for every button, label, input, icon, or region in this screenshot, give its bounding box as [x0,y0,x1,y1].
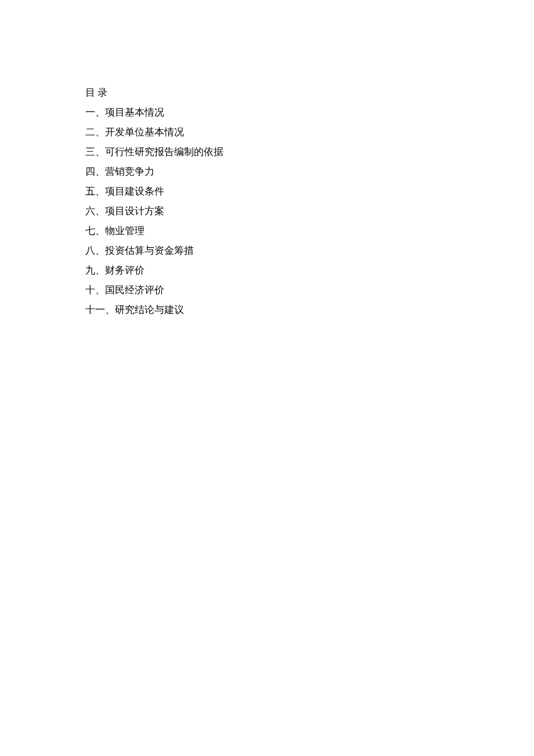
toc-item: 二、开发单位基本情况 [85,123,476,142]
toc-item: 十、国民经济评价 [85,280,476,300]
toc-item: 一、项目基本情况 [85,103,476,123]
toc-item: 十一、研究结论与建议 [85,300,476,320]
toc-item: 六、项目设计方案 [85,201,476,221]
toc-item: 五、项目建设条件 [85,182,476,201]
toc-item: 三、可行性研究报告编制的依据 [85,142,476,162]
toc-title: 目 录 [85,83,476,103]
toc-item: 九、财务评价 [85,261,476,280]
toc-item: 四、营销竞争力 [85,162,476,182]
document-page: 目 录 一、项目基本情况 二、开发单位基本情况 三、可行性研究报告编制的依据 四… [0,0,534,320]
toc-item: 八、投资估算与资金筹措 [85,241,476,261]
toc-item: 七、物业管理 [85,221,476,241]
